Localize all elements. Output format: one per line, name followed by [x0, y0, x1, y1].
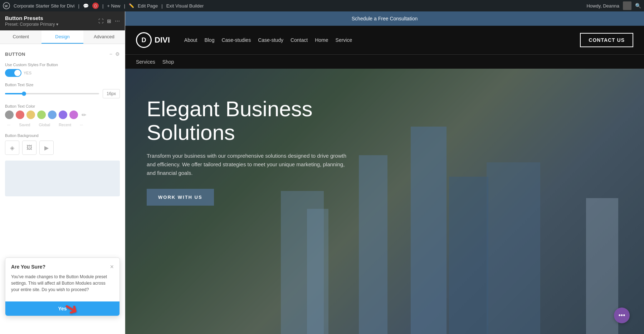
wp-logo-icon[interactable]: W [3, 2, 10, 9]
section-header: Button − ⚙ [5, 48, 120, 60]
subnav-services[interactable]: Services [136, 59, 155, 65]
exit-vb-button[interactable]: Exit Visual Builder [166, 3, 204, 9]
custom-styles-toggle[interactable] [5, 69, 21, 77]
panel-preset[interactable]: Preset: Corporate Primary ▾ [5, 22, 58, 27]
text-color-row: Button Text Color ✏ ··· Saved Global Rec… [5, 104, 120, 128]
building-7 [449, 177, 488, 334]
color-tab-global[interactable]: Global [36, 122, 52, 128]
preview-area: Schedule a Free Consultation D DIVI Abou… [125, 11, 644, 334]
color-tab-more[interactable]: ··· [78, 122, 85, 128]
svg-text:W: W [5, 4, 8, 8]
user-avatar[interactable] [623, 1, 631, 10]
text-color-label: Button Text Color [5, 104, 120, 108]
size-input[interactable] [103, 89, 120, 98]
bg-label: Button Background [5, 133, 120, 138]
fullscreen-icon[interactable]: ⛶ [98, 18, 103, 24]
site-nav: About Blog Case-studies Case-study Conta… [184, 33, 633, 47]
nav-blog[interactable]: Blog [204, 37, 214, 43]
color-tab-recent[interactable]: Recent [57, 122, 73, 128]
section-title: Button [5, 51, 25, 57]
building-4 [487, 162, 540, 334]
left-panel: Button Presets Preset: Corporate Primary… [0, 11, 125, 334]
nav-service[interactable]: Service [336, 37, 352, 43]
nav-contact[interactable]: Contact [291, 37, 308, 43]
confirm-close-button[interactable]: × [110, 264, 114, 270]
site-header: D DIVI About Blog Case-studies Case-stud… [125, 26, 644, 54]
text-size-row: Button Text Size [5, 83, 120, 98]
swatch-green[interactable] [37, 110, 46, 119]
edit-page-icon: ✏️ [129, 3, 134, 8]
site-subnav: Services Shop [125, 54, 644, 69]
main-layout: Button Presets Preset: Corporate Primary… [0, 11, 644, 334]
nav-about[interactable]: About [184, 37, 197, 43]
swatch-blue[interactable] [48, 110, 57, 119]
swatch-red[interactable] [16, 110, 24, 119]
nav-home[interactable]: Home [315, 37, 328, 43]
swatch-gray[interactable] [5, 110, 14, 119]
separator2: | [102, 3, 103, 9]
toggle-state: YES [24, 71, 31, 75]
tab-content[interactable]: Content [0, 30, 42, 44]
confirm-title: Are You Sure? [11, 264, 45, 270]
comment-count: 0 [92, 3, 99, 9]
hero-subtitle: Transform your business with our compreh… [147, 152, 354, 177]
separator: | [78, 3, 79, 9]
color-tab-saved[interactable]: Saved [17, 122, 32, 128]
site-top-bar[interactable]: Schedule a Free Consultation [125, 11, 644, 26]
logo-text: DIVI [155, 35, 170, 45]
color-tab-dots[interactable]: ··· [5, 122, 13, 128]
section-icons: − ⚙ [109, 51, 120, 57]
building-6 [307, 209, 328, 334]
panel-header-info: Button Presets Preset: Corporate Primary… [5, 15, 58, 27]
bg-options: ◈ 🖼 ▶ [5, 141, 120, 155]
toggle-row: Use Custom Styles For Button YES [5, 63, 120, 77]
separator4: | [161, 3, 162, 9]
toggle-label: Use Custom Styles For Button [5, 63, 120, 67]
hero-section: Elegant Business Solutions Transform you… [125, 69, 644, 334]
nav-case-study[interactable]: Case-study [258, 37, 283, 43]
tab-design[interactable]: Design [42, 30, 83, 44]
edit-page-button[interactable]: Edit Page [138, 3, 158, 9]
panel-tabs: Content Design Advanced [0, 30, 125, 44]
slider-row [5, 89, 120, 98]
site-name[interactable]: Corporate Starter Site for Divi [14, 3, 75, 9]
panel-header: Button Presets Preset: Corporate Primary… [0, 11, 125, 30]
confirm-body: You've made changes to the Button Module… [11, 274, 114, 293]
toggle-wrap: YES [5, 69, 120, 77]
admin-bar-right: Howdy, Deanna 🔍 [586, 1, 641, 10]
more-options-icon[interactable]: ⋯ [115, 18, 120, 24]
slider-thumb[interactable] [22, 92, 26, 96]
subnav-shop[interactable]: Shop [162, 59, 174, 65]
bg-option-video[interactable]: ▶ [39, 141, 54, 155]
top-bar-text: Schedule a Free Consultation [352, 16, 418, 21]
logo-letter: D [142, 36, 146, 44]
search-icon[interactable]: 🔍 [635, 3, 641, 9]
color-pen-icon[interactable]: ✏ [82, 112, 86, 118]
columns-icon[interactable]: ⊞ [107, 18, 111, 24]
nav-case-studies[interactable]: Case-studies [221, 37, 251, 43]
comments-icon[interactable]: 💬 [83, 3, 89, 9]
bg-row: Button Background ◈ 🖼 ▶ [5, 133, 120, 155]
size-slider-track[interactable] [5, 93, 99, 94]
swatch-row: ✏ [5, 110, 120, 119]
logo-circle: D [136, 32, 152, 48]
hero-cta-button[interactable]: WORK WITH US [147, 189, 214, 206]
collapse-icon[interactable]: − [109, 51, 112, 57]
admin-bar-left: W Corporate Starter Site for Divi | 💬 0 … [3, 2, 204, 9]
color-tabs-row: ··· Saved Global Recent ··· [5, 122, 120, 128]
text-size-label: Button Text Size [5, 83, 120, 87]
bg-option-gradient[interactable]: ◈ [5, 141, 19, 155]
bg-option-image[interactable]: 🖼 [22, 141, 36, 155]
new-button[interactable]: + New [107, 3, 120, 9]
contact-us-button[interactable]: CONTACT US [580, 33, 633, 47]
swatch-pink[interactable] [69, 110, 78, 119]
site-logo[interactable]: D DIVI [136, 32, 170, 48]
tab-advanced[interactable]: Advanced [83, 30, 125, 44]
hero-title: Elegant Business Solutions [147, 97, 354, 144]
swatch-yellow[interactable] [26, 110, 35, 119]
settings-icon[interactable]: ⚙ [115, 51, 120, 57]
floating-options-button[interactable]: ••• [614, 308, 630, 323]
separator3: | [124, 3, 125, 9]
swatch-purple[interactable] [59, 110, 67, 119]
panel-title: Button Presets [5, 15, 58, 21]
